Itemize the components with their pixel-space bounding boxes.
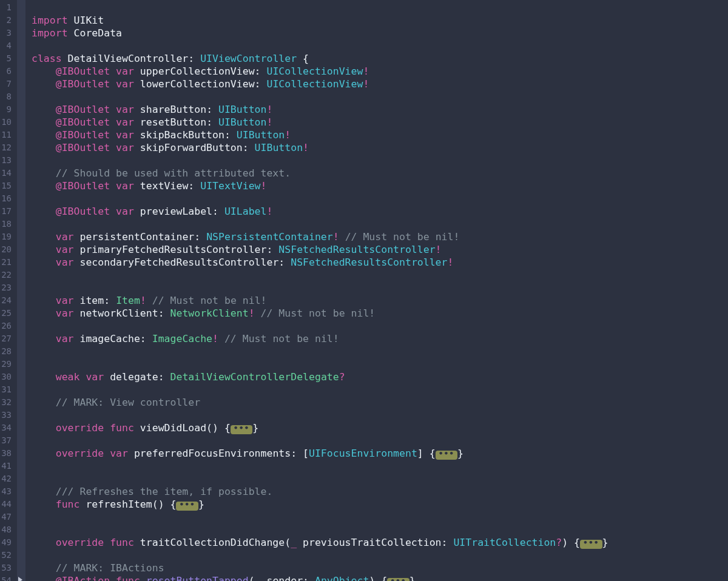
breakpoint-cell[interactable] (17, 458, 25, 471)
breakpoint-cell[interactable] (17, 191, 25, 204)
code-line[interactable] (32, 358, 608, 371)
fold-indicator-icon[interactable] (436, 451, 457, 460)
breakpoint-cell[interactable] (17, 548, 25, 560)
breakpoint-cell[interactable] (17, 484, 25, 497)
code-area[interactable]: import UIKitimport CoreData class Detail… (25, 0, 608, 581)
breakpoint-cell[interactable] (17, 25, 25, 38)
breakpoint-cell[interactable] (17, 408, 25, 420)
code-line[interactable]: /// Refreshes the item, if possible. (32, 485, 608, 498)
breakpoint-cell[interactable] (17, 38, 25, 51)
code-line[interactable]: @IBOutlet var skipForwardButton: UIButto… (32, 141, 608, 154)
breakpoint-column[interactable] (17, 0, 25, 581)
breakpoint-cell[interactable] (17, 13, 25, 25)
breakpoint-cell[interactable] (17, 522, 25, 535)
breakpoint-cell[interactable] (17, 369, 25, 382)
code-line[interactable] (32, 1, 608, 14)
breakpoint-cell[interactable] (17, 573, 25, 581)
code-line[interactable]: import CoreData (32, 27, 608, 39)
code-line[interactable]: import UIKit (32, 14, 608, 27)
code-line[interactable] (32, 154, 608, 167)
code-line[interactable] (32, 345, 608, 358)
breakpoint-cell[interactable] (17, 509, 25, 522)
breakpoint-cell[interactable] (17, 318, 25, 331)
breakpoint-cell[interactable] (17, 115, 25, 127)
code-line[interactable]: var networkClient: NetworkClient! // Mus… (32, 307, 608, 320)
breakpoint-cell[interactable] (17, 102, 25, 115)
code-line[interactable] (32, 549, 608, 562)
breakpoint-cell[interactable] (17, 140, 25, 153)
breakpoint-cell[interactable] (17, 166, 25, 178)
breakpoint-cell[interactable] (17, 497, 25, 509)
code-line[interactable]: @IBOutlet var skipBackButton: UIButton! (32, 129, 608, 141)
fold-indicator-icon[interactable] (176, 502, 198, 511)
breakpoint-cell[interactable] (17, 433, 25, 446)
breakpoint-cell[interactable] (17, 395, 25, 408)
code-line[interactable] (32, 320, 608, 332)
breakpoint-cell[interactable] (17, 89, 25, 102)
breakpoint-cell[interactable] (17, 420, 25, 433)
code-line[interactable]: var secondaryFetchedResultsController: N… (32, 256, 608, 269)
code-line[interactable]: var primaryFetchedResultsController: NSF… (32, 243, 608, 256)
breakpoint-cell[interactable] (17, 242, 25, 255)
code-line[interactable]: override func viewDidLoad() {} (32, 421, 608, 434)
fold-indicator-icon[interactable] (231, 425, 252, 434)
code-line[interactable]: @IBOutlet var shareButton: UIButton! (32, 103, 608, 116)
breakpoint-cell[interactable] (17, 229, 25, 242)
code-line[interactable] (32, 523, 608, 536)
breakpoint-cell[interactable] (17, 153, 25, 166)
breakpoint-cell[interactable] (17, 76, 25, 89)
code-line[interactable]: // Should be used with attributed text. (32, 167, 608, 180)
code-line[interactable] (32, 281, 608, 294)
code-line[interactable] (32, 39, 608, 52)
breakpoint-cell[interactable] (17, 280, 25, 293)
code-line[interactable]: func refreshItem() {} (32, 498, 608, 511)
fold-indicator-icon[interactable] (387, 578, 409, 581)
code-line[interactable] (32, 472, 608, 485)
code-line[interactable]: class DetailViewController: UIViewContro… (32, 52, 608, 65)
code-line[interactable]: // MARK: View controller (32, 396, 608, 409)
breakpoint-cell[interactable] (17, 471, 25, 484)
code-line[interactable] (32, 460, 608, 472)
breakpoint-marker-icon[interactable] (18, 577, 22, 581)
code-line[interactable]: @IBOutlet var lowerCollectionView: UICol… (32, 78, 608, 90)
code-line[interactable]: var persistentContainer: NSPersistentCon… (32, 230, 608, 243)
breakpoint-cell[interactable] (17, 446, 25, 458)
code-line[interactable] (32, 434, 608, 447)
code-line[interactable]: @IBOutlet var textView: UITextView! (32, 180, 608, 192)
breakpoint-cell[interactable] (17, 204, 25, 217)
code-line[interactable]: override func traitCollectionDidChange(_… (32, 536, 608, 549)
breakpoint-cell[interactable] (17, 382, 25, 395)
code-line[interactable]: weak var delegate: DetailViewControllerD… (32, 371, 608, 383)
breakpoint-cell[interactable] (17, 306, 25, 318)
code-line[interactable] (32, 218, 608, 230)
breakpoint-cell[interactable] (17, 255, 25, 267)
breakpoint-cell[interactable] (17, 127, 25, 140)
breakpoint-cell[interactable] (17, 64, 25, 76)
code-line[interactable]: @IBAction func resetButtonTapped(_ sende… (32, 574, 608, 581)
code-line[interactable]: @IBOutlet var resetButton: UIButton! (32, 116, 608, 129)
breakpoint-cell[interactable] (17, 331, 25, 344)
breakpoint-cell[interactable] (17, 51, 25, 64)
code-line[interactable] (32, 90, 608, 103)
code-line[interactable]: // MARK: IBActions (32, 562, 608, 574)
code-line[interactable] (32, 409, 608, 421)
code-editor[interactable]: 1234567891011121314151617181920212223242… (0, 0, 728, 581)
code-line[interactable]: var imageCache: ImageCache! // Must not … (32, 332, 608, 345)
code-line[interactable] (32, 192, 608, 205)
fold-indicator-icon[interactable] (580, 540, 602, 549)
breakpoint-cell[interactable] (17, 357, 25, 369)
breakpoint-cell[interactable] (17, 217, 25, 229)
code-line[interactable]: @IBOutlet var previewLabel: UILabel! (32, 205, 608, 218)
code-line[interactable] (32, 383, 608, 396)
breakpoint-cell[interactable] (17, 0, 25, 13)
code-line[interactable]: @IBOutlet var upperCollectionView: UICol… (32, 65, 608, 78)
breakpoint-cell[interactable] (17, 293, 25, 306)
breakpoint-cell[interactable] (17, 178, 25, 191)
breakpoint-cell[interactable] (17, 267, 25, 280)
breakpoint-cell[interactable] (17, 560, 25, 573)
code-line[interactable] (32, 269, 608, 281)
breakpoint-cell[interactable] (17, 344, 25, 357)
breakpoint-cell[interactable] (17, 535, 25, 548)
code-line[interactable]: override var preferredFocusEnvironments:… (32, 447, 608, 460)
code-line[interactable] (32, 511, 608, 523)
